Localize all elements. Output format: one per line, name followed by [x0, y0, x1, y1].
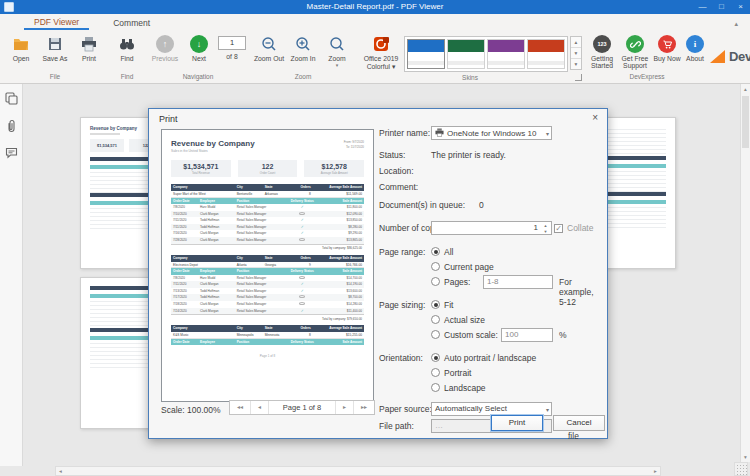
- page-range-current-radio[interactable]: [431, 262, 440, 271]
- vertical-scroll-thumb[interactable]: [742, 96, 749, 148]
- open-button[interactable]: Open: [4, 33, 38, 63]
- last-page-icon[interactable]: ▸▸: [353, 401, 374, 414]
- scroll-down-icon[interactable]: ▾: [741, 452, 750, 462]
- preview-detail-row: 7/11/2020Clark MorganRetail Sales Manage…: [171, 281, 364, 288]
- queue-label: Document(s) in queue:: [379, 200, 465, 210]
- preview-detail-row: 7/16/2020Clark MorganRetail Sales Manage…: [171, 230, 364, 237]
- copies-input[interactable]: 1 ▲▼: [431, 221, 552, 235]
- previous-button[interactable]: ↑ Previous: [148, 33, 182, 63]
- first-page-icon[interactable]: ◂◂: [230, 401, 251, 414]
- ribbon-group-find: Find Find: [108, 30, 146, 83]
- print-dialog: Print × Revenue by Company Sales in the …: [148, 108, 608, 439]
- printer-name-value: OneNote for Windows 10: [447, 129, 536, 138]
- tab-comment[interactable]: Comment: [103, 16, 160, 30]
- fit-radio[interactable]: [431, 300, 440, 309]
- preview-detail-row: 7/11/2020Todd HoffmanRetail Sales Manage…: [171, 217, 364, 224]
- skin-tile-1[interactable]: [447, 39, 485, 69]
- pages-input[interactable]: 1-8: [483, 275, 553, 289]
- skins-gallery-scrollbar: ▴ ▾ ▾: [570, 36, 582, 70]
- page-number-input[interactable]: 1: [218, 36, 246, 50]
- gallery-scroll-down-icon[interactable]: ▾: [571, 48, 581, 59]
- custom-scale-radio[interactable]: [431, 330, 440, 339]
- zoom-in-button[interactable]: Zoom In: [286, 33, 320, 63]
- collate-checkbox[interactable]: [554, 224, 563, 233]
- devexpress-logo-triangle-icon: [710, 50, 725, 63]
- printer-combo-dropdown-icon[interactable]: ▾: [546, 128, 549, 140]
- kpi-total-revenue: $1,534,571 Total Revenue: [171, 160, 231, 177]
- auto-orientation-radio[interactable]: [431, 353, 440, 362]
- support-link-icon: [625, 34, 645, 54]
- paper-source-dropdown-icon[interactable]: ▾: [546, 404, 549, 416]
- ribbon-group-skins: Office 2019 Colorful ▾ ▴ ▾ ▾ Skins: [356, 30, 584, 83]
- print-confirm-button[interactable]: Print: [491, 415, 543, 431]
- printer-name-combo[interactable]: OneNote for Windows 10 ▾: [431, 126, 552, 140]
- spinner-down-icon: ▼: [541, 229, 550, 235]
- portrait-radio[interactable]: [431, 368, 440, 377]
- print-label: Print: [82, 55, 96, 62]
- devexpress-logo: DevExpress’: [710, 30, 750, 83]
- preview-company-header: CompanyCityStateOrdersAverage Sale Amoun…: [171, 184, 364, 191]
- status-value: The printer is ready.: [431, 150, 506, 160]
- minimize-button[interactable]: —: [693, 0, 712, 14]
- buy-now-button[interactable]: Buy Now: [652, 33, 682, 63]
- save-as-icon: [45, 34, 65, 54]
- maximize-button[interactable]: □: [712, 0, 731, 14]
- next-button[interactable]: ↓ Next: [182, 33, 216, 63]
- skin-tile-2[interactable]: [487, 39, 525, 69]
- print-button-ribbon[interactable]: Print: [72, 33, 106, 63]
- logo-text-dev: Dev: [729, 49, 750, 64]
- resize-grip[interactable]: [734, 462, 748, 476]
- page-range-pages-radio[interactable]: [431, 277, 440, 286]
- info-icon: i: [685, 34, 705, 54]
- skins-dialog-launcher-icon[interactable]: [575, 74, 582, 81]
- page-range-label: Page range:: [379, 247, 425, 257]
- previous-page-icon[interactable]: ◂: [251, 401, 269, 414]
- gallery-scroll-up-icon[interactable]: ▴: [571, 37, 581, 48]
- preview-total-row: Total by company: $79,650.00: [171, 314, 364, 322]
- tab-pdf-viewer[interactable]: PDF Viewer: [24, 15, 89, 30]
- scroll-right-icon[interactable]: ▸: [651, 467, 660, 475]
- scroll-left-icon[interactable]: ◂: [56, 467, 65, 475]
- scroll-up-icon[interactable]: ▴: [741, 84, 750, 94]
- copies-spinner[interactable]: ▲▼: [541, 223, 550, 234]
- save-as-button[interactable]: Save As: [38, 33, 72, 63]
- file-path-browse-icon[interactable]: …: [435, 421, 443, 430]
- queue-value: 0: [479, 200, 484, 210]
- page-range-all-radio[interactable]: [431, 247, 440, 256]
- kpi-order-count: 122 Order Count: [238, 160, 298, 177]
- kpi-average-sale: $12,578 Average Sale Amount: [304, 160, 364, 177]
- dialog-close-icon[interactable]: ×: [592, 112, 598, 123]
- custom-scale-input[interactable]: 100: [501, 328, 553, 342]
- gallery-dropdown-icon[interactable]: ▾: [571, 59, 581, 69]
- left-panel-bar: [0, 84, 23, 466]
- preview-detail-row: 7/24/2020Clark MorganRetail Sales Manage…: [171, 308, 364, 315]
- close-button[interactable]: ×: [731, 0, 750, 14]
- next-page-icon[interactable]: ▸: [335, 401, 353, 414]
- get-free-support-button[interactable]: Get Free Support: [618, 33, 652, 71]
- horizontal-scrollbar[interactable]: ◂ ▸: [55, 466, 661, 476]
- paper-source-value: Automatically Select: [435, 404, 507, 413]
- about-button[interactable]: i About: [682, 33, 708, 63]
- getting-started-button[interactable]: 123 Getting Started: [586, 33, 618, 71]
- landscape-radio[interactable]: [431, 383, 440, 392]
- find-button[interactable]: Find: [110, 33, 144, 63]
- paper-source-combo[interactable]: Automatically Select ▾: [431, 402, 552, 416]
- zoom-out-button[interactable]: Zoom Out: [252, 33, 286, 63]
- app-window: Master-Detail Report.pdf - PDF Viewer — …: [0, 0, 750, 476]
- fit-label: Fit: [444, 300, 453, 310]
- vertical-scrollbar[interactable]: ▴ ▾: [740, 84, 750, 462]
- pages-panel-icon[interactable]: [5, 92, 18, 107]
- ribbon-collapse-icon[interactable]: ▴: [734, 20, 738, 28]
- actual-size-radio[interactable]: [431, 315, 440, 324]
- copies-value: 1: [534, 223, 538, 232]
- skins-gallery: [404, 36, 568, 72]
- office-2019-colorful-button[interactable]: Office 2019 Colorful ▾: [358, 33, 404, 72]
- attachments-icon[interactable]: [5, 119, 17, 135]
- skin-tile-0[interactable]: [407, 39, 445, 69]
- page-range-current-label: Current page: [444, 262, 494, 272]
- comments-icon[interactable]: [5, 147, 18, 161]
- skin-tile-3[interactable]: [527, 39, 565, 69]
- preview-subtitle: Sales in the United States: [171, 149, 364, 153]
- zoom-dropdown-button[interactable]: Zoom ▾: [320, 33, 354, 70]
- cancel-button[interactable]: Cancel: [553, 415, 605, 431]
